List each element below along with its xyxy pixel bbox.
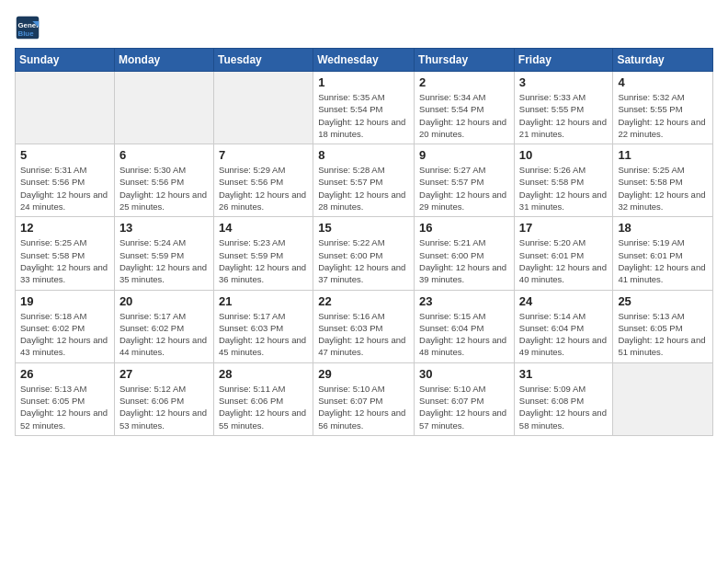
day-number: 17: [519, 221, 609, 235]
calendar-cell: 1Sunrise: 5:35 AMSunset: 5:54 PMDaylight…: [313, 72, 415, 144]
day-number: 29: [318, 367, 409, 381]
day-number: 2: [419, 75, 509, 89]
weekday-header-saturday: Saturday: [613, 49, 713, 72]
day-info: Sunrise: 5:11 AMSunset: 6:06 PMDaylight:…: [219, 383, 308, 431]
day-number: 4: [618, 75, 708, 89]
calendar-cell: 7Sunrise: 5:29 AMSunset: 5:56 PMDaylight…: [213, 144, 313, 217]
calendar-cell: 16Sunrise: 5:21 AMSunset: 6:00 PMDayligh…: [415, 217, 515, 290]
day-info: Sunrise: 5:18 AMSunset: 6:02 PMDaylight:…: [20, 310, 109, 359]
day-info: Sunrise: 5:23 AMSunset: 5:59 PMDaylight:…: [219, 236, 308, 285]
day-info: Sunrise: 5:14 AMSunset: 6:04 PMDaylight:…: [519, 310, 609, 359]
calendar-cell: 3Sunrise: 5:33 AMSunset: 5:55 PMDaylight…: [514, 72, 613, 144]
day-info: Sunrise: 5:25 AMSunset: 5:58 PMDaylight:…: [618, 164, 708, 213]
day-info: Sunrise: 5:09 AMSunset: 6:08 PMDaylight:…: [519, 383, 609, 431]
day-info: Sunrise: 5:10 AMSunset: 6:07 PMDaylight:…: [318, 383, 409, 431]
day-info: Sunrise: 5:33 AMSunset: 5:55 PMDaylight:…: [519, 91, 609, 140]
day-info: Sunrise: 5:17 AMSunset: 6:02 PMDaylight:…: [119, 310, 209, 359]
calendar-cell: 26Sunrise: 5:13 AMSunset: 6:05 PMDayligh…: [16, 362, 115, 435]
day-number: 3: [519, 75, 609, 89]
day-info: Sunrise: 5:16 AMSunset: 6:03 PMDaylight:…: [318, 310, 409, 359]
day-number: 14: [219, 221, 308, 235]
day-info: Sunrise: 5:19 AMSunset: 6:01 PMDaylight:…: [618, 236, 708, 285]
calendar-cell: 13Sunrise: 5:24 AMSunset: 5:59 PMDayligh…: [114, 217, 213, 290]
day-number: 25: [618, 294, 708, 308]
day-number: 30: [419, 367, 509, 381]
day-number: 20: [119, 294, 209, 308]
day-number: 6: [119, 148, 209, 162]
calendar-table: SundayMondayTuesdayWednesdayThursdayFrid…: [15, 48, 713, 436]
calendar-cell: 25Sunrise: 5:13 AMSunset: 6:05 PMDayligh…: [613, 290, 713, 362]
day-number: 28: [219, 367, 308, 381]
weekday-header-sunday: Sunday: [16, 49, 115, 72]
day-number: 12: [20, 221, 109, 235]
weekday-header-thursday: Thursday: [415, 49, 515, 72]
weekday-header-row: SundayMondayTuesdayWednesdayThursdayFrid…: [16, 49, 713, 72]
calendar-week-1: 1Sunrise: 5:35 AMSunset: 5:54 PMDaylight…: [16, 72, 713, 144]
calendar-cell: 24Sunrise: 5:14 AMSunset: 6:04 PMDayligh…: [514, 290, 613, 362]
logo-icon: General Blue: [15, 15, 40, 40]
day-info: Sunrise: 5:17 AMSunset: 6:03 PMDaylight:…: [219, 310, 308, 359]
day-info: Sunrise: 5:21 AMSunset: 6:00 PMDaylight:…: [419, 236, 509, 285]
day-number: 16: [419, 221, 509, 235]
calendar-cell: 4Sunrise: 5:32 AMSunset: 5:55 PMDaylight…: [613, 72, 713, 144]
day-info: Sunrise: 5:26 AMSunset: 5:58 PMDaylight:…: [519, 164, 609, 213]
weekday-header-wednesday: Wednesday: [313, 49, 415, 72]
day-info: Sunrise: 5:10 AMSunset: 6:07 PMDaylight:…: [419, 383, 509, 431]
calendar-cell: 28Sunrise: 5:11 AMSunset: 6:06 PMDayligh…: [213, 362, 313, 435]
day-info: Sunrise: 5:34 AMSunset: 5:54 PMDaylight:…: [419, 91, 509, 140]
day-number: 26: [20, 367, 109, 381]
calendar-cell: 15Sunrise: 5:22 AMSunset: 6:00 PMDayligh…: [313, 217, 415, 290]
calendar-cell: 9Sunrise: 5:27 AMSunset: 5:57 PMDaylight…: [415, 144, 515, 217]
calendar-cell: 31Sunrise: 5:09 AMSunset: 6:08 PMDayligh…: [514, 362, 613, 435]
day-number: 1: [318, 75, 409, 89]
day-number: 23: [419, 294, 509, 308]
calendar-cell: 19Sunrise: 5:18 AMSunset: 6:02 PMDayligh…: [16, 290, 115, 362]
day-info: Sunrise: 5:13 AMSunset: 6:05 PMDaylight:…: [20, 383, 109, 431]
day-number: 31: [519, 367, 609, 381]
day-number: 10: [519, 148, 609, 162]
day-number: 11: [618, 148, 708, 162]
day-number: 8: [318, 148, 409, 162]
calendar-cell: 14Sunrise: 5:23 AMSunset: 5:59 PMDayligh…: [213, 217, 313, 290]
day-number: 27: [119, 367, 209, 381]
day-info: Sunrise: 5:29 AMSunset: 5:56 PMDaylight:…: [219, 164, 308, 213]
day-number: 24: [519, 294, 609, 308]
day-number: 5: [20, 148, 109, 162]
day-number: 21: [219, 294, 308, 308]
page-container: General Blue SundayMondayTuesdayWednesda…: [0, 0, 728, 443]
svg-text:Blue: Blue: [18, 29, 35, 38]
calendar-cell: 10Sunrise: 5:26 AMSunset: 5:58 PMDayligh…: [514, 144, 613, 217]
calendar-cell: 11Sunrise: 5:25 AMSunset: 5:58 PMDayligh…: [613, 144, 713, 217]
day-info: Sunrise: 5:25 AMSunset: 5:58 PMDaylight:…: [20, 236, 109, 285]
calendar-week-4: 19Sunrise: 5:18 AMSunset: 6:02 PMDayligh…: [16, 290, 713, 362]
calendar-cell: [213, 72, 313, 144]
calendar-cell: 5Sunrise: 5:31 AMSunset: 5:56 PMDaylight…: [16, 144, 115, 217]
calendar-cell: [114, 72, 213, 144]
day-info: Sunrise: 5:13 AMSunset: 6:05 PMDaylight:…: [618, 310, 708, 359]
day-info: Sunrise: 5:22 AMSunset: 6:00 PMDaylight:…: [318, 236, 409, 285]
day-info: Sunrise: 5:35 AMSunset: 5:54 PMDaylight:…: [318, 91, 409, 140]
logo: General Blue: [15, 15, 44, 40]
calendar-cell: 8Sunrise: 5:28 AMSunset: 5:57 PMDaylight…: [313, 144, 415, 217]
calendar-week-5: 26Sunrise: 5:13 AMSunset: 6:05 PMDayligh…: [16, 362, 713, 435]
day-info: Sunrise: 5:24 AMSunset: 5:59 PMDaylight:…: [119, 236, 209, 285]
calendar-cell: 30Sunrise: 5:10 AMSunset: 6:07 PMDayligh…: [415, 362, 515, 435]
day-number: 9: [419, 148, 509, 162]
calendar-week-3: 12Sunrise: 5:25 AMSunset: 5:58 PMDayligh…: [16, 217, 713, 290]
calendar-cell: 18Sunrise: 5:19 AMSunset: 6:01 PMDayligh…: [613, 217, 713, 290]
calendar-cell: [613, 362, 713, 435]
day-info: Sunrise: 5:32 AMSunset: 5:55 PMDaylight:…: [618, 91, 708, 140]
day-number: 13: [119, 221, 209, 235]
day-info: Sunrise: 5:12 AMSunset: 6:06 PMDaylight:…: [119, 383, 209, 431]
calendar-cell: 27Sunrise: 5:12 AMSunset: 6:06 PMDayligh…: [114, 362, 213, 435]
day-info: Sunrise: 5:15 AMSunset: 6:04 PMDaylight:…: [419, 310, 509, 359]
day-info: Sunrise: 5:20 AMSunset: 6:01 PMDaylight:…: [519, 236, 609, 285]
calendar-cell: 29Sunrise: 5:10 AMSunset: 6:07 PMDayligh…: [313, 362, 415, 435]
day-number: 18: [618, 221, 708, 235]
calendar-cell: 23Sunrise: 5:15 AMSunset: 6:04 PMDayligh…: [415, 290, 515, 362]
calendar-cell: 21Sunrise: 5:17 AMSunset: 6:03 PMDayligh…: [213, 290, 313, 362]
calendar-cell: 20Sunrise: 5:17 AMSunset: 6:02 PMDayligh…: [114, 290, 213, 362]
day-info: Sunrise: 5:30 AMSunset: 5:56 PMDaylight:…: [119, 164, 209, 213]
day-info: Sunrise: 5:28 AMSunset: 5:57 PMDaylight:…: [318, 164, 409, 213]
calendar-cell: 2Sunrise: 5:34 AMSunset: 5:54 PMDaylight…: [415, 72, 515, 144]
